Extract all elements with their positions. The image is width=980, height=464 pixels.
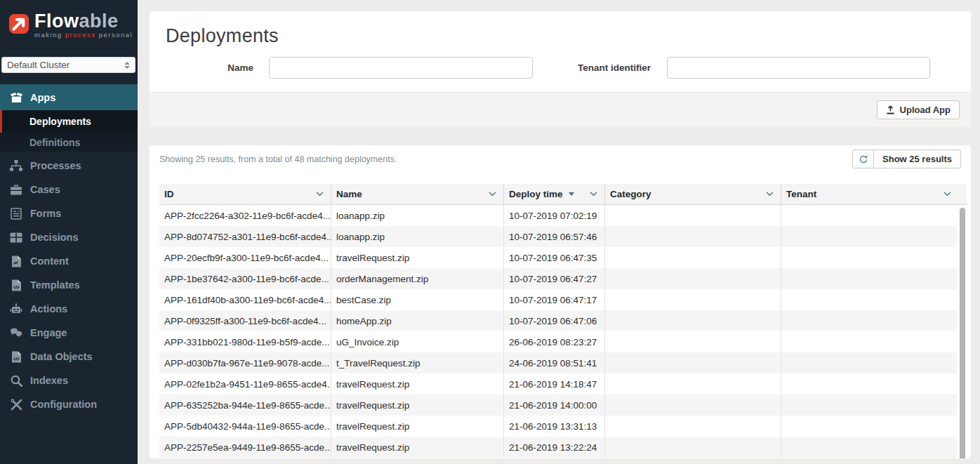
tenant-filter-input[interactable] (667, 57, 930, 79)
cell-tenant (781, 226, 957, 247)
deployments-table: ID Name Deploy time Category (159, 184, 967, 458)
apps-icon (9, 91, 23, 103)
cell-category (605, 226, 781, 247)
engage-icon (9, 327, 23, 338)
sidebar-item-engage[interactable]: Engage (0, 323, 138, 343)
table-row[interactable]: APP-2fcc2264-a302-11e9-bc6f-acde4...loan… (159, 205, 957, 226)
data-objects-icon (9, 351, 23, 363)
sidebar-item-processes[interactable]: Processes (0, 156, 138, 175)
main-content: Deployments Name Tenant identifier Uploa… (138, 0, 980, 464)
sidebar-item-cases[interactable]: Cases (0, 180, 138, 199)
app-root: Flowable making process personal Default… (0, 0, 980, 464)
sidebar-item-forms[interactable]: Forms (0, 204, 138, 223)
cell-deploy-time: 24-06-2019 08:51:41 (504, 352, 605, 373)
sidebar-item-label: Definitions (29, 137, 80, 148)
table-row[interactable]: APP-02fe1b2a-9451-11e9-8655-acde4...trav… (159, 373, 957, 395)
sidebar-item-content[interactable]: Content (0, 251, 138, 271)
name-filter-input[interactable] (269, 57, 533, 79)
table-row[interactable]: APP-331bb021-980d-11e9-b5f9-acde...uG_In… (159, 331, 957, 352)
cell-id: APP-331bb021-980d-11e9-b5f9-acde... (159, 331, 331, 352)
upload-app-button[interactable]: Upload App (877, 100, 960, 119)
cell-name: travelRequest.zip (331, 416, 504, 437)
cell-name: travelRequest.zip (331, 395, 504, 416)
sidebar-item-actions[interactable]: Actions (0, 299, 138, 319)
sidebar-item-label: Templates (30, 279, 80, 291)
decisions-icon (9, 232, 23, 243)
sidebar-item-apps[interactable]: Apps (0, 84, 138, 110)
cell-deploy-time: 10-07-2019 06:47:17 (504, 289, 605, 310)
column-header-name[interactable]: Name (331, 184, 504, 204)
cell-tenant (781, 247, 957, 268)
table-row[interactable]: APP-1be37642-a300-11e9-bc6f-acde...order… (159, 268, 957, 289)
sidebar-item-templates[interactable]: Templates (0, 275, 138, 295)
refresh-button[interactable] (852, 150, 874, 168)
cell-id: APP-2257e5ea-9449-11e9-8655-acde... (159, 437, 331, 458)
results-summary: Showing 25 results, from a total of 48 m… (159, 150, 397, 164)
sidebar-item-indexes[interactable]: Indexes (0, 371, 138, 390)
sidebar-nav: Apps Deployments Definitions Processes (0, 84, 138, 414)
table-row[interactable]: APP-d030b7fa-967e-11e9-9078-acde...t_Tra… (159, 352, 957, 373)
chevron-down-icon (316, 192, 324, 197)
cases-icon (9, 184, 23, 195)
sidebar-item-label: Deployments (29, 116, 91, 127)
sidebar-item-label: Cases (30, 184, 60, 195)
cell-tenant (781, 416, 957, 437)
results-card: Showing 25 results, from a total of 48 m… (150, 145, 971, 458)
table-row[interactable]: APP-8d074752-a301-11e9-bc6f-acde4...loan… (159, 226, 957, 247)
sidebar-item-definitions[interactable]: Definitions (0, 133, 138, 152)
cell-name: bestCase.zip (331, 289, 504, 310)
sidebar-item-data-objects[interactable]: Data Objects (0, 347, 138, 366)
column-header-id[interactable]: ID (159, 184, 331, 204)
cell-category (605, 205, 781, 226)
cell-id: APP-20ecfb9f-a300-11e9-bc6f-acde4... (159, 247, 331, 268)
cell-deploy-time: 10-07-2019 06:47:06 (504, 310, 605, 331)
brand-tagline: making process personal (34, 31, 133, 39)
table-row[interactable]: APP-635252ba-944e-11e9-8655-acde...trave… (159, 395, 957, 416)
cell-id: APP-5db40432-944a-11e9-8655-acde... (159, 416, 331, 437)
sidebar-item-label: Apps (30, 92, 55, 103)
cell-tenant (781, 331, 957, 352)
cell-deploy-time: 21-06-2019 13:22:24 (504, 437, 605, 458)
flowable-logo-icon (8, 13, 29, 34)
cluster-select-value: Default Cluster (7, 60, 69, 70)
table-row[interactable]: APP-5db40432-944a-11e9-8655-acde...trave… (159, 416, 957, 437)
cell-tenant (781, 268, 957, 289)
chevron-down-icon (590, 192, 597, 197)
indexes-icon (9, 375, 23, 387)
cell-id: APP-2fcc2264-a302-11e9-bc6f-acde4... (159, 205, 331, 226)
column-header-category[interactable]: Category (605, 184, 781, 204)
sidebar-item-label: Configuration (30, 399, 97, 410)
results-bar: Showing 25 results, from a total of 48 m… (150, 145, 971, 180)
cell-category (605, 437, 781, 458)
show-results-button[interactable]: Show 25 results (873, 150, 961, 168)
content-icon (9, 256, 23, 267)
sidebar-item-label: Data Objects (30, 351, 93, 362)
tenant-filter-label: Tenant identifier (578, 62, 667, 73)
sidebar-item-label: Processes (30, 160, 81, 171)
cell-deploy-time: 10-07-2019 07:02:19 (504, 205, 605, 226)
table-row[interactable]: APP-161df40b-a300-11e9-bc6f-acde4...best… (159, 289, 957, 310)
brand-name: Flowable (34, 12, 133, 30)
select-arrows-icon (124, 62, 130, 69)
sidebar-item-label: Decisions (30, 232, 79, 243)
name-filter-label: Name (150, 62, 269, 73)
vertical-scrollbar-thumb[interactable] (960, 208, 965, 458)
table-row[interactable]: APP-20ecfb9f-a300-11e9-bc6f-acde4...trav… (159, 247, 957, 268)
sidebar: Flowable making process personal Default… (0, 0, 138, 464)
table-body: APP-2fcc2264-a302-11e9-bc6f-acde4...loan… (159, 205, 967, 458)
cluster-select[interactable]: Default Cluster (1, 57, 135, 73)
sidebar-item-deployments[interactable]: Deployments (0, 110, 138, 133)
column-header-deploy-time[interactable]: Deploy time (504, 184, 605, 204)
cell-name: uG_Invoice.zip (331, 331, 504, 352)
table-row[interactable]: APP-2257e5ea-9449-11e9-8655-acde...trave… (159, 437, 957, 458)
filter-row: Name Tenant identifier (150, 57, 971, 92)
cell-tenant (781, 205, 957, 226)
cell-deploy-time: 21-06-2019 14:00:00 (504, 395, 605, 416)
table-row[interactable]: APP-0f9325ff-a300-11e9-bc6f-acde4...home… (159, 310, 957, 331)
deployments-header-card: Deployments Name Tenant identifier Uploa… (150, 11, 971, 127)
sidebar-item-decisions[interactable]: Decisions (0, 227, 138, 247)
sidebar-item-configuration[interactable]: Configuration (0, 395, 138, 414)
brand-name-light: able (79, 11, 119, 32)
column-header-tenant[interactable]: Tenant (781, 184, 967, 204)
cell-deploy-time: 21-06-2019 14:18:47 (504, 373, 605, 395)
